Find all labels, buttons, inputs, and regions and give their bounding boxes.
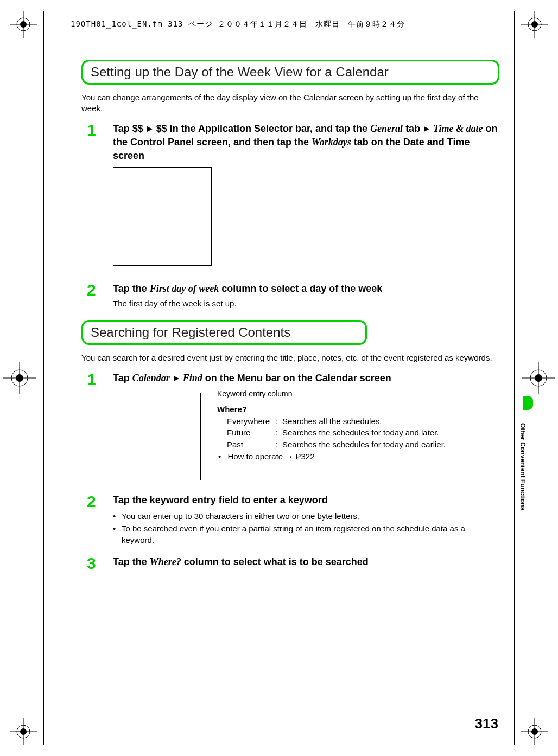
where-value: Searches all the schedules.: [282, 415, 382, 427]
arrow-icon: [147, 126, 153, 132]
arrow-icon: [174, 376, 179, 381]
where-row-past: Past:Searches the schedules for today an…: [217, 439, 446, 451]
step-number: 2: [81, 282, 113, 312]
thin-arrow-icon: [285, 452, 293, 461]
image-placeholder: [113, 167, 212, 266]
main-content: Setting up the Day of the Week View for …: [81, 54, 499, 580]
section-heading-1-text: Setting up the Day of the Week View for …: [83, 61, 498, 83]
find-label: Find: [183, 373, 202, 383]
file-header-info: 19OTH01_1col_EN.fm 313 ページ ２００４年１１月２４日 水…: [71, 20, 405, 29]
section-heading-2-text: Searching for Registered Contents: [83, 322, 365, 343]
s2-step3: 3 Tap the Where? column to select what i…: [81, 555, 499, 572]
crop-mark-tl: [10, 11, 37, 38]
s1-step2-title: Tap the First day of week column to sele…: [113, 282, 499, 296]
txt: $$ in the Application Selector bar, and …: [154, 123, 370, 134]
page-number: 313: [475, 715, 498, 732]
colon: :: [276, 415, 282, 427]
colon: :: [276, 439, 282, 451]
section2-intro: You can search for a desired event just …: [81, 353, 499, 363]
step-number: 1: [81, 122, 113, 275]
where-key: Past: [227, 439, 276, 451]
txt: Tap $$: [113, 123, 146, 134]
s1-step1: 1 Tap $$ $$ in the Application Selector …: [81, 122, 499, 275]
colon: :: [276, 427, 282, 439]
step-number: 1: [81, 371, 113, 486]
where-row-everywhere: Everywhere:Searches all the schedules.: [217, 415, 446, 427]
where-key: Everywhere: [227, 415, 276, 427]
crop-mark-tr: [521, 11, 548, 38]
s1-step1-title: Tap $$ $$ in the Application Selector ba…: [113, 122, 499, 163]
txt: tab: [403, 123, 423, 134]
how-to-operate: How to operate P322: [217, 451, 446, 463]
arrow-icon: [424, 126, 429, 132]
txt: Tap the: [113, 556, 150, 567]
where-value: Searches the schedules for today and ear…: [282, 439, 446, 451]
keyword-entry-label: Keyword entry column: [217, 388, 446, 399]
s1-step2-note: The first day of the week is set up.: [113, 299, 499, 308]
txt: Tap: [113, 373, 132, 383]
crop-mark-bl: [10, 718, 37, 745]
first-day-label: First day of week: [150, 283, 219, 294]
step-number: 2: [81, 494, 113, 548]
side-section-label: Other Convenient Functions: [519, 423, 527, 510]
registration-mark-left: [3, 362, 36, 394]
s2-step2: 2 Tap the keyword entry field to enter a…: [81, 494, 499, 548]
txt: Tap the: [113, 283, 150, 294]
s2-step1: 1 Tap Calendar Find on the Menu bar on t…: [81, 371, 499, 486]
txt: column to select what is to be searched: [181, 556, 369, 567]
image-placeholder: [113, 393, 201, 480]
bullet-item: You can enter up to 30 characters in eit…: [113, 510, 499, 522]
s2-step1-title: Tap Calendar Find on the Menu bar on the…: [113, 371, 499, 385]
section-heading-2: Searching for Registered Contents: [81, 320, 367, 345]
general-label: General: [370, 123, 403, 134]
txt: column to select a day of the week: [219, 283, 382, 294]
section-heading-1: Setting up the Day of the Week View for …: [81, 60, 499, 85]
bullet-item: To be searched even if you enter a parti…: [113, 523, 499, 546]
s1-step2: 2 Tap the First day of week column to se…: [81, 282, 499, 312]
side-tab: [523, 396, 533, 410]
s2-step2-title: Tap the keyword entry field to enter a k…: [113, 494, 499, 507]
txt: on the Menu bar on the Calendar screen: [202, 373, 391, 383]
s2-step3-title: Tap the Where? column to select what is …: [113, 555, 499, 569]
txt: How to operate: [227, 452, 285, 461]
where-block: Keyword entry column Where? Everywhere:S…: [217, 388, 446, 463]
where-value: Searches the schedules for today and lat…: [282, 427, 439, 439]
workdays-label: Workdays: [312, 137, 351, 148]
calendar-label: Calendar: [132, 373, 170, 383]
where-key: Future: [227, 427, 276, 439]
where-row-future: Future:Searches the schedules for today …: [217, 427, 446, 439]
where-heading: Where?: [217, 403, 446, 415]
s2-step2-bullets: You can enter up to 30 characters in eit…: [113, 510, 499, 546]
section1-intro: You can change arrangements of the day d…: [81, 92, 499, 114]
crop-mark-br: [521, 718, 548, 745]
where-label: Where?: [150, 556, 181, 567]
time-date-label: Time & date: [433, 123, 483, 134]
page-ref: P322: [293, 452, 314, 461]
step-number: 3: [81, 555, 113, 572]
registration-mark-right: [522, 362, 555, 394]
